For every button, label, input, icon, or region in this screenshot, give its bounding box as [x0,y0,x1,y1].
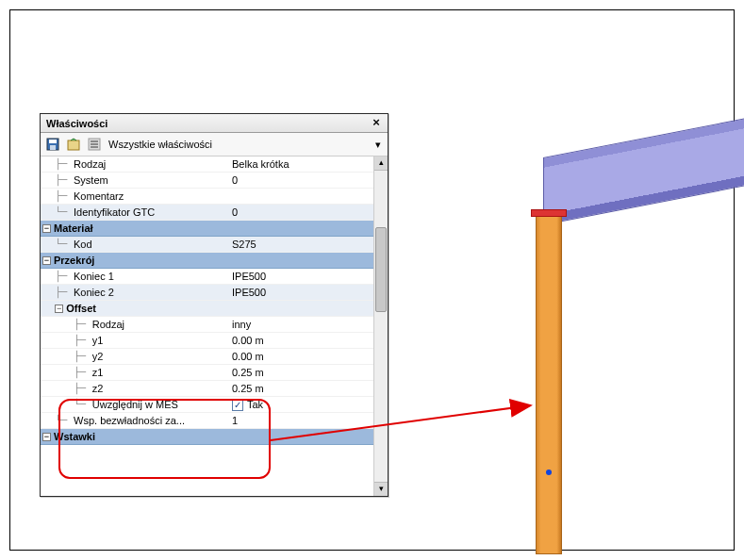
prop-value[interactable]: ✓Tak [226,399,373,411]
collapse-icon[interactable]: − [42,224,51,233]
collapse-icon[interactable]: − [55,305,63,313]
scroll-down-button[interactable]: ▾ [374,482,388,496]
row-y2[interactable]: ├─ y2 0.00 m [41,349,373,365]
prop-label: Offset [66,303,96,314]
column-vertical [536,215,562,554]
vertical-scrollbar[interactable]: ▴ ▾ [373,156,388,496]
section-wstawki[interactable]: −Wstawki [41,429,373,445]
prop-value[interactable]: Belka krótka [226,158,373,170]
prop-label: y2 [92,351,104,362]
close-button[interactable]: × [369,117,384,130]
row-wsp[interactable]: └─ Wsp. bezwładności za... 1 [41,413,373,429]
section-przekroj[interactable]: −Przekrój [41,253,373,269]
checkbox-icon[interactable]: ✓ [232,400,243,411]
filter-icon[interactable] [86,136,103,153]
prop-label: System [74,174,108,186]
prop-label: Identyfikator GTC [74,206,155,218]
svg-rect-2 [50,145,56,150]
row-mes[interactable]: └─ Uwzględnij w MES ✓Tak [41,397,373,413]
svg-rect-1 [49,140,57,143]
row-system[interactable]: ├─ System 0 [41,173,373,189]
toolbar-dropdown[interactable]: ▾ [372,139,384,151]
row-idgtc[interactable]: └─ Identyfikator GTC 0 [41,205,373,221]
svg-rect-3 [68,140,79,150]
row-komentarz[interactable]: ├─ Komentarz [41,189,373,205]
row-kod[interactable]: └─ Kod S275 [41,237,373,253]
scroll-thumb[interactable] [375,227,387,312]
prop-label: Koniec 2 [74,287,114,298]
prop-value[interactable]: 0.00 m [226,335,373,346]
prop-value[interactable]: S275 [226,239,373,250]
save-icon[interactable] [44,136,61,153]
svg-rect-6 [91,143,98,145]
prop-label: z1 [92,367,104,378]
panel-toolbar: Wszystkie właściwości ▾ [41,133,388,156]
prop-label: Uwzględnij w MES [92,399,178,410]
prop-value[interactable]: 0 [226,174,373,186]
svg-rect-5 [91,140,98,142]
prop-label: z2 [92,383,104,394]
prop-label: Koniec 1 [74,271,114,282]
row-y1[interactable]: ├─ y1 0.00 m [41,333,373,349]
prop-label: y1 [92,335,104,346]
row-off-rodzaj[interactable]: ├─ Rodzaj inny [41,317,373,333]
section-label: Przekrój [54,255,94,266]
prop-label: Rodzaj [74,158,106,170]
row-koniec1[interactable]: ├─ Koniec 1 IPE500 [41,269,373,285]
property-grid: ├─ Rodzaj Belka krótka ├─ System 0 ├─ Ko… [41,156,373,445]
scroll-track[interactable] [374,171,388,482]
section-label: Wstawki [54,431,95,442]
column-cap [531,209,567,217]
prop-value[interactable]: IPE500 [226,287,373,298]
row-koniec2[interactable]: ├─ Koniec 2 IPE500 [41,285,373,301]
prop-value[interactable]: inny [226,319,373,330]
prop-value[interactable]: 0.25 m [226,367,373,378]
prop-value[interactable]: 0.00 m [226,351,373,362]
prop-value[interactable]: 0.25 m [226,383,373,394]
prop-label: Komentarz [74,190,124,202]
node-marker [546,469,552,475]
toolbar-filter-label: Wszystkie właściwości [107,139,369,150]
prop-value[interactable]: 0 [226,206,373,218]
prop-label: Rodzaj [92,319,124,330]
section-material[interactable]: −Materiał [41,221,373,237]
properties-panel: Właściwości × Wszystkie właściwości ▾ ├─… [40,113,389,497]
row-rodzaj[interactable]: ├─ Rodzaj Belka krótka [41,156,373,173]
load-icon[interactable] [65,136,82,153]
row-z2[interactable]: ├─ z2 0.25 m [41,381,373,397]
row-z1[interactable]: ├─ z1 0.25 m [41,365,373,381]
panel-titlebar[interactable]: Właściwości × [41,114,388,133]
collapse-icon[interactable]: − [42,256,51,265]
prop-value[interactable]: IPE500 [226,271,373,282]
svg-rect-7 [91,146,98,148]
scroll-up-button[interactable]: ▴ [374,156,388,171]
collapse-icon[interactable]: − [42,433,51,441]
panel-title-text: Właściwości [46,118,107,129]
prop-value[interactable]: 1 [226,415,373,426]
section-label: Materiał [54,222,93,234]
row-offset-header[interactable]: −Offset [41,301,373,317]
prop-label: Wsp. bezwładności za... [74,415,185,426]
prop-label: Kod [74,239,92,250]
beam-horizontal [543,117,744,225]
